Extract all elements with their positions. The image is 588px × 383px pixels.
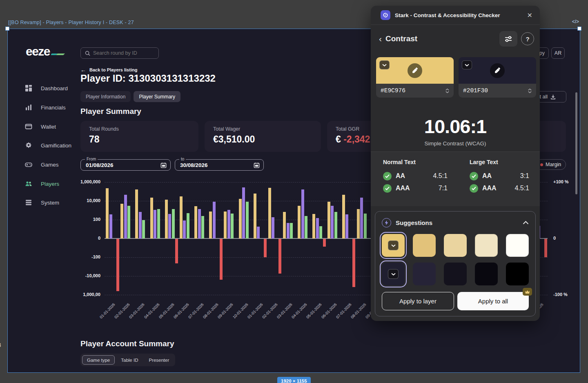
stat-value: 78 [89,134,190,145]
hex-field[interactable]: #E9C976 [376,84,454,98]
wallet-icon [25,123,32,130]
color-swatch[interactable] [376,57,454,84]
eyedropper-button[interactable] [408,63,422,78]
suggestion-swatch[interactable] [413,234,436,257]
tab-player-information[interactable]: Player Information [80,91,131,102]
y-axis-label: 1,000,00 [77,292,100,297]
rating-level: AAA [482,185,497,192]
contrast-ratio-value: 10.06:1 [371,115,540,138]
sidebar-item-wallet[interactable]: Wallet [25,122,56,131]
bar [198,209,201,238]
stark-header: Stark - Contrast & Accessibility Checker… [371,6,540,25]
suggestion-swatch[interactable] [382,263,405,285]
bar [168,214,171,238]
code-icon[interactable]: </> [572,19,579,24]
suggestion-swatch[interactable] [475,234,498,257]
chevron-down-button[interactable] [462,60,472,69]
hex-value: #201F30 [463,87,488,94]
sidebar-item-gamification[interactable]: Gamification [25,140,71,150]
search-round-input[interactable] [80,47,159,59]
date-to-field[interactable]: to [175,159,264,171]
bar [227,210,230,238]
color-swatch[interactable] [459,57,536,84]
suggestion-swatch[interactable] [413,263,436,285]
apply-to-layer-button[interactable]: Apply to layer [382,292,454,310]
hex-field[interactable]: #201F30 [459,84,536,98]
bar [268,188,271,238]
bar [246,202,249,238]
bar [150,198,153,238]
bar [287,223,290,238]
calendar-icon[interactable] [160,162,167,168]
help-button[interactable]: ? [521,32,534,45]
figma-canvas: [[BO Revamp] - Players - Player History … [0,0,588,383]
sidebar-item-label: Dashboard [41,85,68,91]
sidebar-item-label: Gamification [41,143,71,149]
y-axis-label: -10,000 [77,273,100,278]
suggestion-swatch[interactable] [444,234,467,257]
date-to-input[interactable] [175,162,263,168]
sidebar-item-games[interactable]: Games [25,160,59,169]
chevron-down-button[interactable] [388,269,399,279]
date-from-input[interactable] [81,162,170,168]
search-input[interactable] [93,50,150,56]
chevron-down-button[interactable] [388,240,399,250]
suggestion-swatch[interactable] [506,263,529,285]
pass-check-icon [383,172,392,180]
stepper-icon[interactable] [445,89,449,93]
players-icon [25,180,32,187]
bar [342,195,345,238]
account-tab-game-type[interactable]: Game type [82,355,115,365]
back-chevron-icon[interactable]: ‹ [379,34,382,44]
rating-ratio: 3:1 [520,172,529,180]
bar [120,204,123,238]
bar [209,212,212,238]
margin-legend[interactable]: Margin [535,159,566,170]
close-icon[interactable]: ✕ [527,11,532,19]
y-axis-right-label: +100 % [553,179,578,184]
y-axis-label: 10,000 [77,198,100,203]
selection-handle-top-right[interactable] [577,27,581,31]
bar [124,195,127,238]
bar [364,214,367,238]
stepper-icon[interactable] [528,89,532,93]
bar [305,216,307,238]
bar [201,216,204,238]
sidebar-item-players[interactable]: Players [25,179,59,189]
account-tab-presenter[interactable]: Presenter [144,355,174,365]
bar [316,218,319,238]
sidebar-item-label: Games [41,162,59,168]
bar [116,239,119,291]
settings-sliders-button[interactable] [499,31,517,47]
y-axis-label: -100 [77,254,100,259]
tab-player-summary[interactable]: Player Summary [134,91,180,102]
color-picker-foreground: #E9C976 [376,57,454,98]
account-tab-table-id[interactable]: Table ID [116,355,143,365]
frame-scrollbar[interactable] [575,92,577,194]
sidebar-item-system[interactable]: System [25,198,59,207]
frame-title[interactable]: [[BO Revamp] - Players - Player History … [8,20,134,25]
suggestion-swatch[interactable] [382,234,405,257]
suggestion-row-foreground [382,234,529,257]
ratings-column: Large TextAA3:1AAA4.5:1 [470,159,529,206]
back-to-players-link[interactable]: ← Back to Players listing [80,67,137,73]
selection-handle-top-left[interactable] [5,27,9,31]
apply-to-all-button[interactable]: Apply to all [457,292,529,310]
date-from-field[interactable]: From [80,159,171,171]
chevron-down-button[interactable] [379,60,390,69]
ar-chip[interactable]: AR [551,47,565,59]
calendar-icon[interactable] [254,162,260,168]
suggestion-row-background [382,263,529,285]
dashboard-icon [25,85,32,92]
eyedropper-button[interactable] [490,63,505,78]
bar [301,189,304,238]
bar [312,214,315,238]
suggestion-swatch[interactable] [475,263,498,285]
suggestion-swatch[interactable] [506,234,529,257]
stark-plugin-panel[interactable]: Stark - Contrast & Accessibility Checker… [371,6,540,321]
sidebar-item-financials[interactable]: Financials [25,102,66,112]
suggestion-swatch[interactable] [444,263,467,285]
sidebar-item-dashboard[interactable]: Dashboard [25,83,68,93]
bar [109,214,112,238]
chevron-up-icon[interactable] [523,219,529,226]
